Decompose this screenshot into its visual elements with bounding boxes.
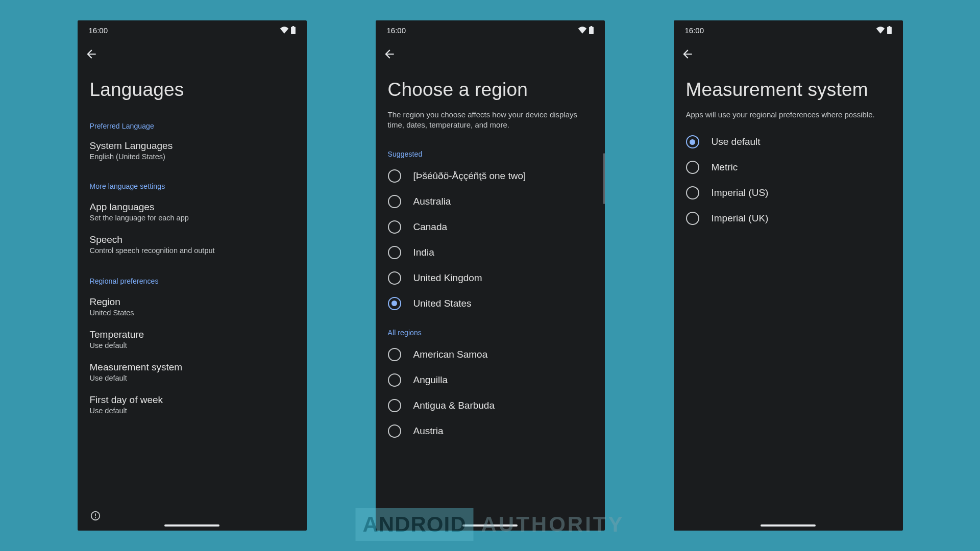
wifi-icon: [876, 27, 885, 34]
battery-icon: [887, 26, 892, 34]
region-option-antigua[interactable]: Antigua & Barbuda: [376, 393, 605, 418]
region-option-us[interactable]: United States: [376, 291, 605, 316]
measurement-item[interactable]: Measurement system Use default: [78, 356, 307, 388]
app-languages-item[interactable]: App languages Set the language for each …: [78, 195, 307, 228]
wifi-icon: [280, 27, 289, 34]
radio-icon: [686, 161, 699, 174]
section-header-all: All regions: [376, 316, 605, 342]
scroll-indicator[interactable]: [603, 153, 605, 204]
battery-icon: [589, 26, 594, 34]
section-header-preferred: Preferred Language: [78, 117, 307, 135]
radio-icon: [388, 399, 401, 412]
back-button[interactable]: [85, 47, 98, 61]
region-option-india[interactable]: India: [376, 240, 605, 265]
section-header-more: More language settings: [78, 177, 307, 195]
region-option-american-samoa[interactable]: American Samoa: [376, 342, 605, 367]
radio-icon-selected: [388, 297, 401, 310]
page-title: Measurement system: [674, 68, 903, 110]
radio-icon: [686, 212, 699, 225]
status-bar: 16:00: [674, 20, 903, 40]
radio-icon: [388, 169, 401, 183]
radio-icon: [686, 186, 699, 199]
nav-handle[interactable]: [164, 524, 219, 527]
phone-screen-languages: 16:00 Languages Preferred Language: [78, 20, 307, 531]
radio-icon-selected: [686, 135, 699, 148]
section-header-suggested: Suggested: [376, 145, 605, 163]
radio-icon: [388, 220, 401, 234]
status-time: 16:00: [387, 26, 406, 35]
info-icon: [90, 510, 101, 521]
measurement-option-default[interactable]: Use default: [674, 129, 903, 155]
measurement-option-metric[interactable]: Metric: [674, 155, 903, 180]
radio-icon: [388, 195, 401, 208]
page-subtext: The region you choose affects how your d…: [376, 110, 605, 145]
region-option-uk[interactable]: United Kingdom: [376, 265, 605, 291]
status-time: 16:00: [685, 26, 704, 35]
nav-handle[interactable]: [462, 524, 518, 527]
radio-icon: [388, 373, 401, 387]
back-button[interactable]: [383, 47, 396, 61]
phone-screen-measurement: 16:00 Measurement system Apps will use y…: [674, 20, 903, 531]
page-title: Choose a region: [376, 68, 605, 110]
measurement-option-imperial-uk[interactable]: Imperial (UK): [674, 206, 903, 231]
wifi-icon: [578, 27, 587, 34]
measurement-option-imperial-us[interactable]: Imperial (US): [674, 180, 903, 206]
region-option-anguilla[interactable]: Anguilla: [376, 367, 605, 393]
system-languages-item[interactable]: System Languages English (United States): [78, 135, 307, 166]
radio-icon: [388, 424, 401, 438]
radio-icon: [388, 348, 401, 361]
info-button[interactable]: [90, 510, 101, 521]
region-option-austria[interactable]: Austria: [376, 418, 605, 444]
page-subtext: Apps will use your regional preferences …: [674, 110, 903, 129]
battery-icon: [291, 26, 296, 34]
phone-screen-region: 16:00 Choose a region The region you cho…: [376, 20, 605, 531]
back-button[interactable]: [681, 47, 694, 61]
status-time: 16:00: [89, 26, 108, 35]
section-header-regional: Regional preferences: [78, 272, 307, 290]
speech-item[interactable]: Speech Control speech recognition and ou…: [78, 228, 307, 261]
first-day-item[interactable]: First day of week Use default: [78, 388, 307, 421]
status-bar: 16:00: [78, 20, 307, 40]
radio-icon: [388, 271, 401, 285]
temperature-item[interactable]: Temperature Use default: [78, 323, 307, 356]
radio-icon: [388, 246, 401, 259]
region-item[interactable]: Region United States: [78, 290, 307, 323]
screenshot-composite: 16:00 Languages Preferred Language: [0, 0, 980, 551]
region-option-pseudo[interactable]: [Þšéûðö-Åççéñţš one two]: [376, 163, 605, 189]
nav-handle[interactable]: [761, 524, 816, 527]
region-option-australia[interactable]: Australia: [376, 189, 605, 214]
status-bar: 16:00: [376, 20, 605, 40]
region-option-canada[interactable]: Canada: [376, 214, 605, 240]
page-title: Languages: [78, 68, 307, 117]
